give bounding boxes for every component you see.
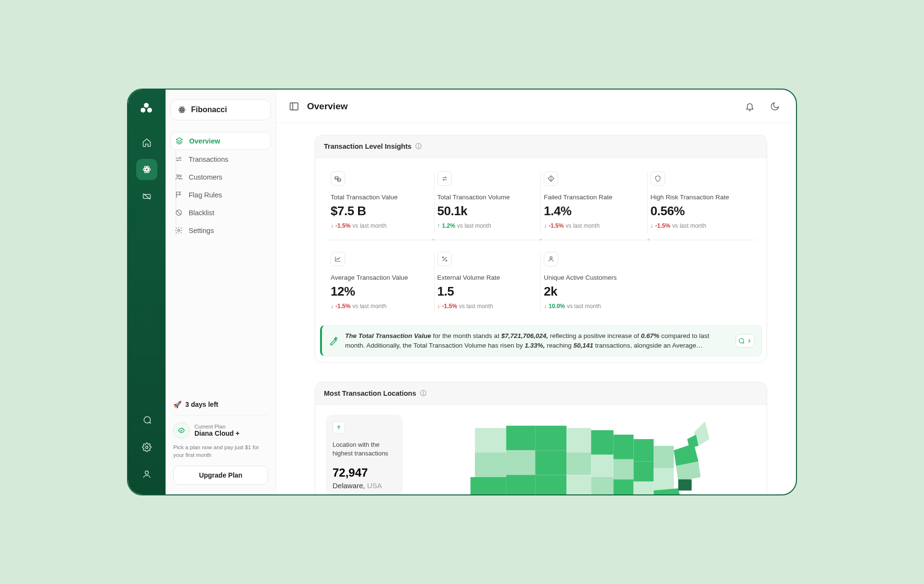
metric-label: Unique Active Customers: [544, 274, 643, 281]
metric-delta: ↑1.2%vs last month: [437, 222, 537, 229]
icon-rail: [128, 90, 166, 494]
metric-label: Total Transaction Value: [331, 194, 430, 201]
svg-point-3: [146, 169, 148, 171]
svg-rect-56: [654, 446, 674, 468]
location-highlight-card: Location with the highest transactions 7…: [326, 415, 403, 494]
sidebar-item-customers[interactable]: Customers: [170, 169, 271, 185]
metric-label: Average Transaction Value: [331, 274, 430, 281]
metric-delta: ↓10.0%vs last month: [544, 303, 643, 310]
theme-toggle-button[interactable]: [766, 98, 783, 115]
metric-delta: ↓-1.5%vs last month: [331, 303, 430, 310]
sidebar-item-overview[interactable]: Overview: [170, 132, 271, 150]
rail-home-button[interactable]: [136, 132, 157, 153]
svg-point-17: [178, 229, 180, 231]
svg-rect-47: [614, 459, 634, 480]
ai-expand-button[interactable]: [735, 334, 755, 348]
svg-rect-39: [566, 453, 591, 475]
main: Overview Transaction Level Insights ⓘ: [276, 90, 796, 494]
svg-rect-33: [535, 426, 566, 450]
ai-insight-text: The Total Transaction Value for the mont…: [345, 331, 729, 350]
svg-rect-57: [654, 468, 674, 491]
trial-remaining: 🚀 3 days left: [173, 401, 268, 415]
rail-profile-button[interactable]: [136, 464, 157, 485]
arrow-down-icon: ↓: [331, 303, 334, 310]
metrics-grid: Total Transaction Value $7.5 B ↓-1.5%vs …: [315, 158, 767, 322]
info-icon[interactable]: ⓘ: [415, 142, 422, 151]
svg-point-22: [442, 257, 444, 258]
percent-icon: [437, 252, 452, 266]
flag-icon: [174, 191, 183, 199]
arrow-down-icon: ↓: [437, 303, 440, 310]
rail-settings-button[interactable]: [136, 437, 157, 458]
topbar: Overview: [276, 90, 796, 123]
sidebar-item-transactions[interactable]: Transactions: [170, 151, 271, 168]
upgrade-plan-button[interactable]: Upgrade Plan: [173, 466, 268, 485]
panel-toggle-icon[interactable]: [289, 101, 299, 112]
svg-point-9: [145, 471, 149, 474]
metric-value: 2k: [544, 284, 643, 299]
svg-point-0: [144, 103, 149, 108]
sidebar-item-label: Flag Rules: [189, 191, 222, 199]
svg-point-21: [551, 180, 551, 180]
svg-rect-62: [678, 480, 692, 491]
metric-delta: ↓-1.5%vs last month: [651, 222, 750, 229]
svg-rect-31: [506, 475, 535, 494]
svg-point-23: [446, 260, 447, 261]
svg-rect-52: [633, 439, 654, 461]
upload-arrow-icon: [333, 421, 345, 434]
user-icon: [544, 252, 558, 266]
insights-card: Transaction Level Insights ⓘ Total Trans…: [315, 135, 767, 363]
current-plan-label: Current Plan: [194, 424, 240, 429]
svg-rect-48: [614, 480, 634, 494]
svg-point-24: [550, 257, 552, 259]
metric-value: $7.5 B: [331, 204, 430, 219]
svg-rect-40: [566, 475, 591, 494]
metric-total-value: Total Transaction Value $7.5 B ↓-1.5%vs …: [328, 169, 435, 239]
rail-broadcast-button[interactable]: [136, 186, 157, 207]
metric-delta: ↓-1.5%vs last month: [544, 222, 643, 229]
svg-point-10: [181, 109, 183, 111]
svg-rect-46: [614, 435, 634, 459]
sidebar-item-settings[interactable]: Settings: [170, 222, 271, 239]
svg-rect-18: [290, 103, 298, 110]
chevron-right-icon: [746, 338, 752, 344]
shield-icon: [651, 171, 665, 186]
highlight-place: Delaware, USA: [333, 481, 396, 490]
svg-rect-26: [475, 453, 506, 477]
content[interactable]: Transaction Level Insights ⓘ Total Trans…: [276, 123, 796, 494]
metric-value: 1.4%: [544, 204, 643, 219]
locations-card-header: Most Transaction Locations ⓘ: [315, 382, 767, 405]
svg-point-14: [177, 175, 179, 177]
card-title: Most Transaction Locations: [324, 389, 416, 397]
sidebar-item-label: Blacklist: [189, 209, 214, 217]
svg-rect-35: [535, 475, 566, 494]
sidebar-item-flag-rules[interactable]: Flag Rules: [170, 186, 271, 203]
plan-copy: Pick a plan now and pay just $1 for your…: [173, 443, 268, 459]
insights-card-header: Transaction Level Insights ⓘ: [315, 135, 767, 158]
metric-value: 12%: [331, 284, 430, 299]
svg-rect-43: [591, 455, 613, 477]
chart-icon: [331, 252, 345, 266]
rail-support-button[interactable]: [136, 410, 157, 431]
metric-failed-rate: Failed Transaction Rate 1.4% ↓-1.5%vs la…: [541, 169, 648, 239]
current-plan-name: Diana Cloud +: [194, 429, 240, 437]
plan-box: 🚀 3 days left Current Plan Diana Cloud +…: [170, 396, 271, 485]
sidebar-item-label: Settings: [189, 227, 214, 234]
svg-point-19: [335, 176, 338, 178]
rail-workspace-button[interactable]: [136, 159, 157, 180]
metric-unique-customers: Unique Active Customers 2k ↓10.0%vs last…: [541, 249, 648, 319]
svg-point-15: [180, 175, 181, 177]
locations-card: Most Transaction Locations ⓘ Location wi…: [315, 382, 767, 494]
info-icon[interactable]: ⓘ: [420, 389, 426, 398]
metric-value: 0.56%: [651, 204, 750, 219]
sidebar-item-blacklist[interactable]: Blacklist: [170, 204, 271, 221]
metric-value: 1.5: [437, 284, 537, 299]
metric-value: 50.1k: [437, 204, 537, 219]
svg-rect-30: [506, 450, 535, 475]
metric-label: External Volume Rate: [437, 274, 537, 281]
swap-icon: [437, 171, 452, 186]
metric-high-risk: High Risk Transaction Rate 0.56% ↓-1.5%v…: [648, 169, 755, 239]
ban-icon: [174, 208, 183, 217]
notifications-button[interactable]: [741, 98, 758, 115]
workspace-switcher[interactable]: Fibonacci: [170, 99, 271, 120]
